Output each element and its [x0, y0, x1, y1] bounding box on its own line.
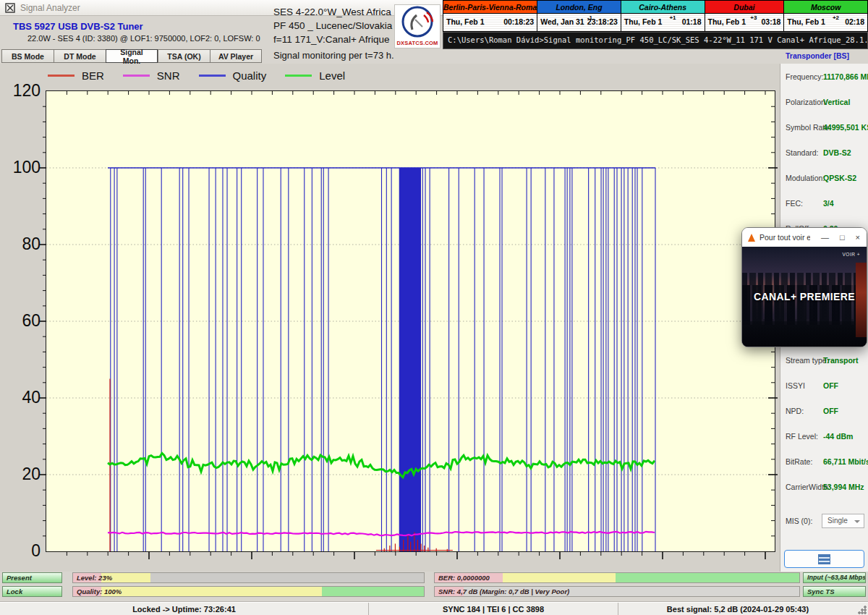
transponder-row: Stream type:Transport	[780, 355, 868, 380]
clock-utc-offset: +2	[833, 14, 839, 21]
clock-time-row: Thu, Feb 1+303:18	[705, 14, 784, 32]
clock-berlin-paris-vienna-roma: Berlin-Paris-Vienna-RomaThu, Feb 100:18:…	[443, 0, 537, 32]
vlc-video-area[interactable]: VOIR + CANAL+ PREMIERE	[742, 247, 867, 347]
level-label: Level: 23%	[77, 574, 112, 582]
vlc-popup-window[interactable]: Pour tout voir et to... — □ × VOIR + CAN…	[741, 227, 867, 347]
transponder-row: Modulation:QPSK-S2	[780, 172, 868, 198]
legend-line-swatch	[123, 75, 150, 77]
mode-button-signal-mon-[interactable]: Signal Mon.	[106, 49, 158, 63]
legend-label: Quality	[233, 69, 267, 82]
minimize-button[interactable]: —	[821, 234, 829, 242]
transponder-row: BitRate:66,711 Mbit/s	[780, 456, 868, 481]
mode-button-dt-mode[interactable]: DT Mode	[54, 49, 106, 63]
transponder-row-label: Polarization:	[786, 98, 827, 106]
transponder-row-value: 11170,866 MHz	[823, 72, 868, 81]
vlc-popup-titlebar[interactable]: Pour tout voir et to... — □ ×	[742, 228, 867, 247]
chart-plot-area	[46, 90, 775, 552]
clock-time-row: Thu, Feb 1+202:18	[784, 14, 867, 32]
transponder-row: ISSYIOFF	[780, 380, 868, 405]
app-icon	[5, 3, 15, 13]
transponder-row-value: 3/4	[823, 199, 834, 208]
y-tick-label: 80	[3, 234, 41, 253]
y-tick-label: 20	[3, 465, 41, 483]
session-line-frequency: f=11 171_V:Canal+ Afrique	[273, 33, 392, 46]
transponder-row-label: NPD:	[786, 407, 804, 415]
transponder-row: Standard:DVB-S2	[780, 147, 868, 172]
legend-label: Level	[319, 69, 345, 82]
clock-date: Thu, Feb 1	[787, 17, 825, 26]
transponder-row-value: Transport	[823, 356, 858, 365]
legend-line-swatch	[48, 75, 75, 77]
mis-select[interactable]: Single	[822, 514, 864, 528]
transponder-row-value: DVB-S2	[823, 148, 851, 157]
mode-button-bs-mode[interactable]: BS Mode	[1, 49, 54, 63]
vlc-cone-icon	[748, 234, 755, 242]
snr-progressbar: SNR: 4,7 dB (Margin: 0,7 dB | Very Poor)	[434, 586, 800, 597]
clock-time-row: Wed, Jan 31-123:18:23	[537, 14, 621, 32]
legend-line-swatch	[285, 75, 312, 77]
chart-legend: BERSNRQualityLevel	[48, 69, 345, 82]
transponder-header: Transponder [BS]	[786, 51, 849, 60]
transponder-row-label: Stream type:	[786, 356, 829, 365]
clock-time-row: Thu, Feb 100:18:23	[443, 14, 537, 32]
mode-button-row: BS ModeDT ModeSignal Mon.TSA (OK)AV Play…	[1, 49, 262, 63]
legend-label: BER	[82, 69, 104, 82]
ber-label: BER: 0,0000000	[438, 574, 490, 582]
clock-time: 03:18	[761, 17, 780, 26]
ber-progressbar: BER: 0,0000000	[434, 572, 800, 583]
clock-date: Thu, Feb 1	[446, 17, 485, 26]
transponder-row-label: Frequency:	[786, 72, 824, 81]
transponder-row-label: RF Level:	[786, 432, 818, 441]
quality-progressbar: Quality: 100%	[72, 586, 425, 597]
chevron-down-icon	[854, 520, 860, 523]
transponder-row-label: Standard:	[786, 148, 819, 157]
transponder-row: Polarization:Vertical	[780, 96, 868, 122]
clock-city-label: London, Eng	[537, 1, 621, 14]
clock-city-label: Dubai	[705, 1, 784, 14]
panel-action-button[interactable]	[784, 550, 864, 568]
table-icon	[818, 554, 830, 564]
status-best-signal: Best signal: 5,2 dB (2024-01-29 05:43)	[618, 603, 857, 615]
mis-row: MIS (0): Single	[780, 514, 868, 531]
session-header: SES 4-22.0°W_West Africa PF 450 _ Lucene…	[273, 5, 392, 46]
y-tick-label: 60	[3, 311, 41, 330]
legend-item-snr: SNR	[123, 69, 180, 82]
session-line-satellite: SES 4-22.0°W_West Africa	[273, 5, 392, 19]
signal-analyzer-app: Signal Analyzer TBS 5927 USB DVB-S2 Tune…	[0, 0, 868, 615]
console-window[interactable]: C:\Users\Roman Dávid>Signal monitoring_P…	[443, 32, 868, 49]
transponder-row-label: BitRate:	[786, 457, 812, 466]
window-title: Signal Analyzer	[20, 3, 80, 13]
transponder-row-label: Modulation:	[786, 174, 825, 182]
quality-label: Quality: 100%	[77, 588, 122, 595]
transponder-row-value: 66,711 Mbit/s	[823, 457, 868, 466]
clock-utc-offset: +1	[669, 14, 676, 21]
clock-moscow: MoscowThu, Feb 1+202:18	[784, 0, 868, 32]
transponder-row-value: Vertical	[823, 98, 850, 106]
clock-time: 02:18	[845, 17, 864, 26]
close-button[interactable]: ×	[856, 234, 860, 242]
mis-value: Single	[827, 517, 848, 525]
transponder-row-value: QPSK-S2	[823, 174, 856, 182]
legend-item-quality: Quality	[199, 69, 267, 82]
clock-london-eng: London, EngWed, Jan 31-123:18:23	[537, 0, 621, 32]
transponder-row-value: OFF	[823, 381, 838, 390]
clock-city-label: Moscow	[784, 1, 867, 14]
clock-dubai: DubaiThu, Feb 1+303:18	[705, 0, 785, 32]
transponder-rows-bottom: Stream type:TransportISSYIOFFNPD:OFFRF L…	[780, 355, 868, 506]
transponder-row-value: OFF	[823, 407, 838, 415]
vlc-popup-title: Pour tout voir et to...	[760, 233, 810, 242]
maximize-button[interactable]: □	[840, 234, 845, 242]
legend-item-level: Level	[285, 69, 345, 82]
legend-line-swatch	[199, 75, 226, 77]
mis-label: MIS (0):	[786, 517, 812, 525]
transponder-row-label: ISSYI	[786, 381, 805, 390]
legend-label: SNR	[157, 69, 180, 82]
status-uptime: Locked -> Uptime: 73:26:41	[0, 603, 369, 615]
mode-button-av-player[interactable]: AV Player	[210, 49, 262, 63]
voir-plus-label: VOIR +	[843, 252, 861, 257]
transponder-row-value: 44995,501 KS/s	[823, 123, 868, 132]
transponder-row: NPD:OFF	[780, 405, 868, 430]
mode-button-tsa-ok-[interactable]: TSA (OK)	[158, 49, 210, 63]
clock-utc-offset: +3	[750, 14, 757, 21]
resize-grip[interactable]	[858, 606, 867, 614]
